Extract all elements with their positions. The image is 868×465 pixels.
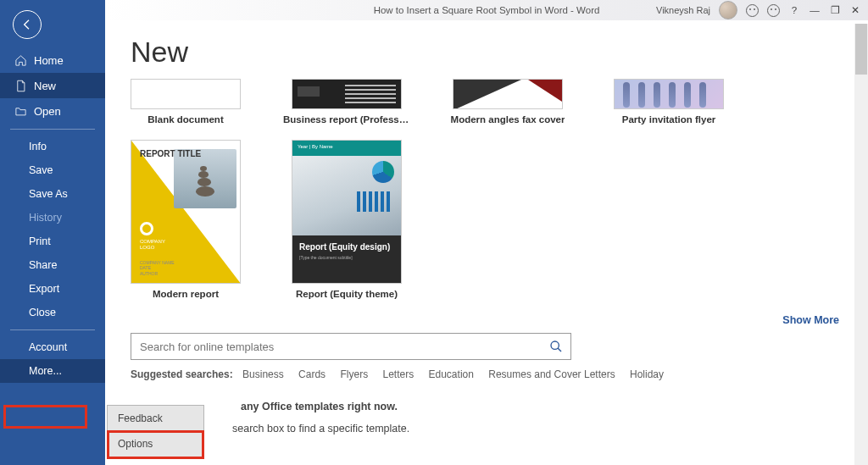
thumbnail (453, 79, 563, 109)
nav-new[interactable]: New (0, 73, 105, 98)
nav-print[interactable]: Print (0, 230, 105, 253)
template-label: Blank document (147, 114, 223, 125)
divider (10, 129, 95, 130)
nav-account[interactable]: Account (0, 335, 105, 359)
template-modern-report[interactable]: REPORT TITLE COMPANY LOGO COMPANY NAME D… (131, 140, 241, 299)
search-icon (549, 340, 563, 353)
document-title: How to Insert a Square Root Symbol in Wo… (374, 5, 600, 15)
svg-point-0 (551, 341, 559, 349)
template-row-bottom: REPORT TITLE COMPANY LOGO COMPANY NAME D… (131, 140, 843, 299)
show-more-link[interactable]: Show More (131, 314, 839, 326)
restore-icon[interactable]: ❐ (829, 4, 841, 16)
close-icon[interactable]: ✕ (849, 4, 861, 16)
vertical-scrollbar[interactable] (854, 24, 868, 465)
suggested-link[interactable]: Cards (298, 368, 326, 380)
nav-open[interactable]: Open (0, 98, 105, 124)
template-row-top: Blank document Business report (Professi… (131, 79, 843, 125)
frown-icon[interactable] (767, 4, 780, 17)
template-business-report[interactable]: Business report (Professiona... (292, 79, 402, 125)
smile-icon[interactable] (746, 4, 759, 17)
nav-history: History (0, 206, 105, 230)
nav-label: Home (34, 54, 64, 67)
nav-save-as[interactable]: Save As (0, 182, 105, 206)
nav-export[interactable]: Export (0, 277, 105, 301)
suggested-link[interactable]: Letters (382, 368, 414, 380)
backstage-sidebar: Home New Open Info Save Save As History … (0, 0, 105, 465)
nav-info[interactable]: Info (0, 135, 105, 158)
folder-icon (14, 104, 27, 118)
nav-label: New (34, 80, 56, 92)
nav-close[interactable]: Close (0, 301, 105, 324)
home-icon (14, 53, 27, 67)
popup-feedback[interactable]: Feedback (108, 406, 203, 431)
titlebar: How to Insert a Square Root Symbol in Wo… (105, 0, 868, 20)
thumbnail: REPORT TITLE COMPANY LOGO COMPANY NAME D… (131, 140, 241, 284)
minimize-icon[interactable]: — (809, 4, 821, 16)
nav-label: Open (34, 105, 61, 118)
template-label: Modern report (153, 289, 219, 299)
thumbnail (292, 79, 402, 109)
thumbnail (131, 79, 241, 109)
template-label: Party invitation flyer (622, 114, 716, 125)
template-label: Report (Equity theme) (296, 289, 398, 299)
nav-home[interactable]: Home (0, 47, 105, 73)
template-report-equity[interactable]: Year | By Name Report (Equity design) [T… (292, 140, 402, 299)
suggested-link[interactable]: Business (242, 368, 284, 380)
thumbnail (614, 79, 724, 109)
svg-line-1 (558, 348, 561, 352)
help-icon[interactable]: ? (788, 4, 800, 16)
back-button[interactable] (13, 10, 42, 39)
info-message: any Office templates right now. search b… (131, 401, 843, 435)
file-icon (14, 79, 27, 92)
suggested-searches: Suggested searches: Business Cards Flyer… (131, 368, 843, 380)
template-party-invitation[interactable]: Party invitation flyer (614, 79, 724, 125)
page-title: New (131, 36, 843, 69)
template-modern-angles[interactable]: Modern angles fax cover (453, 79, 563, 125)
arrow-left-icon (20, 18, 34, 31)
search-input[interactable] (131, 334, 542, 359)
popup-options[interactable]: Options (108, 431, 203, 457)
suggested-link[interactable]: Education (429, 368, 474, 380)
main-area: How to Insert a Square Root Symbol in Wo… (105, 0, 868, 465)
search-button[interactable] (542, 334, 570, 359)
divider (10, 329, 95, 330)
more-popup: Feedback Options (107, 405, 204, 457)
template-blank-document[interactable]: Blank document (131, 79, 241, 125)
template-search (131, 333, 571, 360)
suggested-link[interactable]: Resumes and Cover Letters (488, 368, 615, 380)
nav-more[interactable]: More... (0, 359, 105, 383)
template-label: Modern angles fax cover (451, 114, 565, 125)
suggested-link[interactable]: Holiday (630, 368, 664, 380)
nav-share[interactable]: Share (0, 253, 105, 277)
thumbnail: Year | By Name Report (Equity design) [T… (292, 140, 402, 284)
suggested-label: Suggested searches: (131, 368, 233, 380)
suggested-link[interactable]: Flyers (340, 368, 368, 380)
user-name[interactable]: Vikneysh Raj (656, 5, 710, 15)
scroll-thumb[interactable] (855, 24, 867, 75)
user-avatar-icon[interactable] (719, 1, 737, 19)
nav-save[interactable]: Save (0, 158, 105, 182)
template-label: Business report (Professiona... (283, 114, 410, 125)
